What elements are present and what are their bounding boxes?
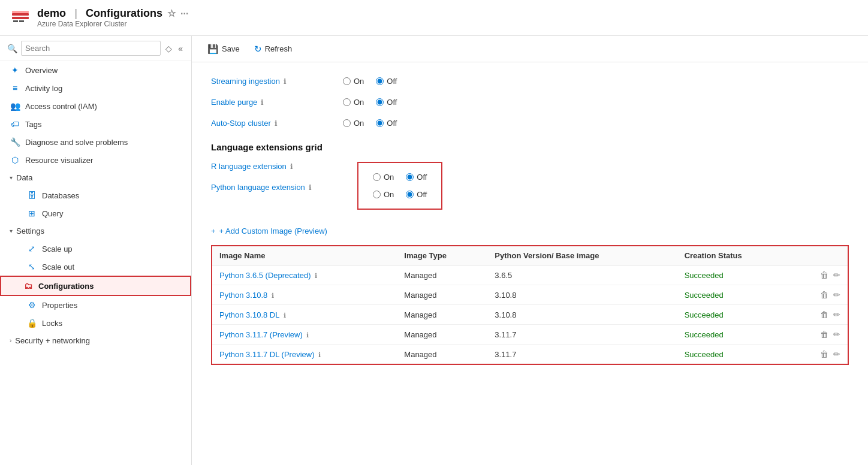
cell-image-name: Python 3.11.7 (Preview) ℹ <box>212 325 397 345</box>
add-custom-image-button[interactable]: + + Add Custom Image (Preview) <box>211 227 849 235</box>
col-actions <box>792 246 848 265</box>
cell-image-name: Python 3.6.5 (Deprecated) ℹ <box>212 265 397 285</box>
cell-creation-status: Succeeded <box>677 325 792 345</box>
edit-icon[interactable]: ✏ <box>833 270 840 280</box>
sidebar-item-resource-visualizer[interactable]: ⬡ Resource visualizer <box>0 151 191 169</box>
cell-creation-status: Succeeded <box>677 265 792 285</box>
resource-icon <box>10 7 31 29</box>
streaming-ingestion-info-icon[interactable]: ℹ <box>284 77 287 86</box>
status-badge: Succeeded <box>685 350 724 359</box>
enable-purge-off[interactable]: Off <box>376 98 397 107</box>
image-info-icon[interactable]: ℹ <box>284 312 286 319</box>
sidebar-item-databases[interactable]: 🗄 Databases <box>0 186 191 204</box>
streaming-ingestion-on[interactable]: On <box>343 77 364 86</box>
delete-icon[interactable]: 🗑 <box>820 349 828 359</box>
python-language-options: On Off <box>373 190 427 199</box>
edit-icon[interactable]: ✏ <box>833 290 840 300</box>
table-row: Python 3.6.5 (Deprecated) ℹ Managed 3.6.… <box>212 265 848 285</box>
sidebar-item-tags[interactable]: 🏷 Tags <box>0 115 191 133</box>
table-header-row: Image Name Image Type Python Version/ Ba… <box>212 246 848 265</box>
r-language-on[interactable]: On <box>373 173 394 182</box>
sidebar-item-diagnose[interactable]: 🔧 Diagnose and solve problems <box>0 133 191 151</box>
refresh-button[interactable]: ↻ Refresh <box>248 41 299 58</box>
streaming-ingestion-row: Streaming ingestion ℹ On Off <box>211 77 849 86</box>
auto-stop-row: Auto-Stop cluster ℹ On Off <box>211 119 849 128</box>
image-table: Image Name Image Type Python Version/ Ba… <box>212 246 848 364</box>
delete-icon[interactable]: 🗑 <box>820 330 828 339</box>
auto-stop-options: On Off <box>343 119 397 128</box>
sidebar-item-scale-up[interactable]: ⤢ Scale up <box>0 240 191 258</box>
sidebar-item-label: Databases <box>42 191 184 200</box>
cell-image-type: Managed <box>397 285 487 305</box>
sidebar-item-activity-log[interactable]: ≡ Activity log <box>0 79 191 97</box>
resource-viz-icon: ⬡ <box>10 155 20 165</box>
enable-purge-on[interactable]: On <box>343 98 364 107</box>
search-icon: 🔍 <box>7 44 17 53</box>
svg-rect-1 <box>12 17 29 19</box>
iam-icon: 👥 <box>10 101 20 111</box>
delete-icon[interactable]: 🗑 <box>820 310 828 319</box>
image-info-icon[interactable]: ℹ <box>306 331 309 339</box>
sidebar-item-overview[interactable]: ✦ Overview <box>0 61 191 79</box>
image-name-link[interactable]: Python 3.10.8 DL <box>219 310 279 319</box>
python-language-on[interactable]: On <box>373 190 394 199</box>
sidebar-item-locks[interactable]: 🔒 Locks <box>0 314 191 332</box>
resource-name: demo <box>37 7 66 20</box>
more-options-icon[interactable]: ··· <box>180 8 188 19</box>
sidebar-item-label: Scale up <box>42 244 184 253</box>
auto-stop-on[interactable]: On <box>343 119 364 128</box>
python-language-info-icon[interactable]: ℹ <box>309 183 312 192</box>
cell-image-type: Managed <box>397 305 487 325</box>
r-language-info-icon[interactable]: ℹ <box>290 162 293 171</box>
svg-rect-3 <box>13 20 18 22</box>
image-info-icon[interactable]: ℹ <box>318 351 321 358</box>
image-name-link[interactable]: Python 3.11.7 DL (Preview) <box>219 350 314 359</box>
r-language-off[interactable]: Off <box>406 173 427 182</box>
sidebar-group-settings[interactable]: ▾ Settings <box>0 222 191 240</box>
streaming-ingestion-label: Streaming ingestion ℹ <box>211 77 343 86</box>
python-language-off[interactable]: Off <box>406 190 427 199</box>
enable-purge-options: On Off <box>343 98 397 107</box>
status-badge: Succeeded <box>685 310 724 319</box>
edit-icon[interactable]: ✏ <box>833 349 840 359</box>
body-layout: 🔍 ◇ « ✦ Overview ≡ Activity log 👥 Access… <box>0 36 868 465</box>
sidebar-item-scale-out[interactable]: ⤡ Scale out <box>0 258 191 276</box>
image-name-link[interactable]: Python 3.6.5 (Deprecated) <box>219 271 311 280</box>
favorite-icon[interactable]: ☆ <box>167 8 176 19</box>
image-name-link[interactable]: Python 3.10.8 <box>219 291 267 300</box>
auto-stop-off[interactable]: Off <box>376 119 397 128</box>
sidebar-item-label: Diagnose and solve problems <box>25 138 184 147</box>
image-info-icon[interactable]: ℹ <box>272 292 274 299</box>
cell-python-version: 3.10.8 <box>487 285 677 305</box>
group-label: Security + networking <box>15 336 90 345</box>
sidebar-item-label: Properties <box>42 301 184 310</box>
col-image-name: Image Name <box>212 246 397 265</box>
refresh-icon: ↻ <box>254 44 262 55</box>
svg-rect-2 <box>12 11 29 13</box>
edit-icon[interactable]: ✏ <box>833 310 840 319</box>
nav-icon[interactable]: ◇ <box>164 43 173 55</box>
sidebar-item-query[interactable]: ⊞ Query <box>0 204 191 222</box>
sidebar-item-iam[interactable]: 👥 Access control (IAM) <box>0 97 191 115</box>
sidebar-group-security[interactable]: › Security + networking <box>0 332 191 349</box>
sidebar-item-configurations[interactable]: 🗂 Configurations <box>0 276 191 296</box>
language-extensions-title: Language extensions grid <box>211 142 849 152</box>
collapse-icon[interactable]: « <box>177 43 184 55</box>
image-info-icon[interactable]: ℹ <box>315 272 317 279</box>
header-separator: | <box>74 7 77 20</box>
search-input[interactable] <box>21 41 161 56</box>
delete-icon[interactable]: 🗑 <box>820 290 828 300</box>
sidebar-group-data[interactable]: ▾ Data <box>0 169 191 186</box>
edit-icon[interactable]: ✏ <box>833 330 840 339</box>
cell-image-type: Managed <box>397 325 487 345</box>
image-name-link[interactable]: Python 3.11.7 (Preview) <box>219 330 303 339</box>
databases-icon: 🗄 <box>26 191 37 200</box>
streaming-ingestion-off[interactable]: Off <box>376 77 397 86</box>
delete-icon[interactable]: 🗑 <box>820 270 828 280</box>
sidebar-item-properties[interactable]: ⚙ Properties <box>0 296 191 314</box>
enable-purge-info-icon[interactable]: ℹ <box>261 98 264 107</box>
save-button[interactable]: 💾 Save <box>201 41 246 58</box>
chevron-right-icon: › <box>10 337 11 344</box>
auto-stop-info-icon[interactable]: ℹ <box>275 119 278 128</box>
status-badge: Succeeded <box>685 330 724 339</box>
